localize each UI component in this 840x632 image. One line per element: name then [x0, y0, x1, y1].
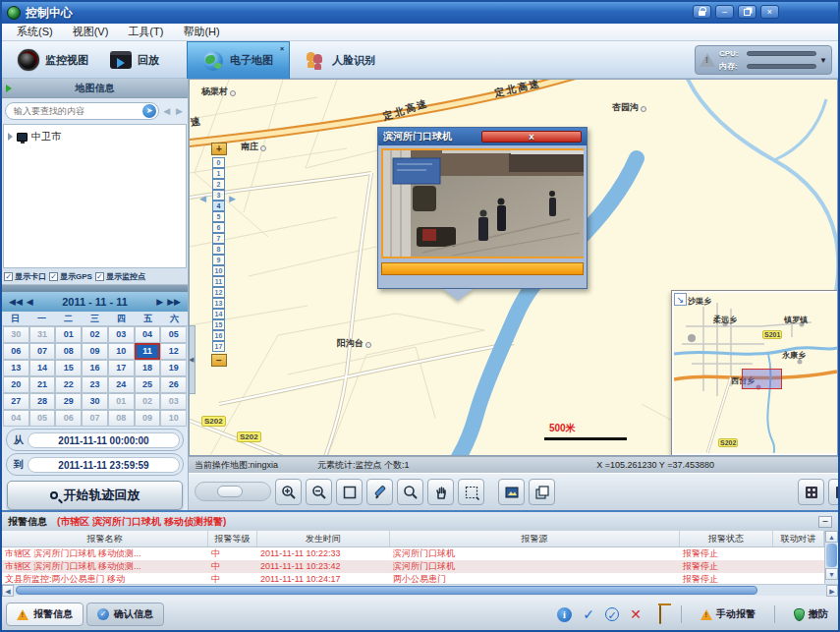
- search-input[interactable]: [14, 106, 142, 116]
- calendar-day[interactable]: 30: [82, 393, 108, 410]
- to-date-field[interactable]: 2011-11-11 23:59:59: [28, 457, 180, 473]
- calendar-day[interactable]: 07: [82, 410, 108, 427]
- zoom-level-cell[interactable]: 10: [212, 265, 225, 276]
- calendar-day[interactable]: 16: [82, 360, 108, 376]
- alarm-column-header[interactable]: 报警状态: [680, 531, 773, 546]
- playback-button[interactable]: 回放: [100, 44, 169, 76]
- checkbox-icon[interactable]: [4, 272, 13, 281]
- confirm-icon[interactable]: ✓: [581, 606, 596, 622]
- alarm-row[interactable]: 市辖区 滨河所门口球机 移动侦测... 中 2011-11-11 10:23:4…: [2, 560, 824, 573]
- calendar-day[interactable]: 07: [29, 343, 56, 360]
- calendar-day[interactable]: 10: [160, 410, 187, 427]
- start-track-playback-button[interactable]: 开始轨迹回放: [7, 481, 183, 510]
- search-next-icon[interactable]: ▶: [174, 106, 185, 116]
- tree-node-city[interactable]: 中卫市: [6, 129, 184, 144]
- zoom-out-map-button[interactable]: −: [211, 354, 227, 367]
- zoom-level-cell[interactable]: 1: [212, 168, 225, 179]
- calendar-day[interactable]: 02: [82, 326, 108, 343]
- confirm-all-icon[interactable]: ✓: [605, 607, 619, 621]
- lock-button[interactable]: [693, 5, 711, 19]
- alarm-column-header[interactable]: 报警源: [390, 531, 680, 546]
- overview-minimap[interactable]: ↘ 沙渠乡柔远乡镇罗镇永康乡西台乡S201S202: [672, 291, 838, 455]
- zoom-level-cell[interactable]: 4: [212, 201, 225, 211]
- calendar-day[interactable]: 03: [108, 326, 135, 343]
- zoom-level-cell[interactable]: 3: [212, 190, 225, 201]
- collapse-arrow-icon[interactable]: [6, 85, 12, 92]
- tree-expand-icon[interactable]: [8, 133, 13, 141]
- zoom-level-cell[interactable]: 13: [212, 298, 225, 309]
- alarm-row[interactable]: 市辖区 滨河所门口球机 移动侦测... 中 2011-11-11 10:22:3…: [2, 547, 824, 560]
- calendar-day[interactable]: 24: [108, 376, 135, 393]
- calendar-day[interactable]: 09: [135, 410, 161, 427]
- calendar-day[interactable]: 25: [135, 376, 161, 393]
- sidebar-collapse-handle[interactable]: ◀: [189, 325, 196, 394]
- monitor-view-button[interactable]: 监控视图: [8, 44, 98, 76]
- region-select-button[interactable]: [458, 479, 484, 505]
- calendar-day[interactable]: 30: [3, 326, 29, 343]
- zoom-level-cell[interactable]: 14: [212, 309, 225, 319]
- calendar-day[interactable]: 02: [135, 393, 161, 410]
- menu-item[interactable]: 工具(T): [119, 24, 172, 40]
- restore-button[interactable]: [738, 5, 756, 19]
- scroll-right-icon[interactable]: ▶: [826, 585, 838, 597]
- calendar-day[interactable]: 10: [108, 343, 135, 360]
- zoom-level-cell[interactable]: 11: [212, 276, 225, 287]
- menu-item[interactable]: 系统(S): [8, 24, 62, 40]
- zoom-in-button[interactable]: [275, 479, 302, 505]
- layer-toggle[interactable]: 显示监控点: [95, 271, 145, 282]
- bottom-tab[interactable]: ✓ 确认信息: [86, 603, 164, 626]
- zoom-level-cell[interactable]: 0: [212, 157, 225, 168]
- zoom-level-cell[interactable]: 17: [212, 341, 225, 352]
- calendar-day[interactable]: 20: [3, 376, 29, 393]
- area-zoom-button[interactable]: [397, 479, 423, 505]
- calendar-day[interactable]: 03: [160, 393, 187, 410]
- calendar-day[interactable]: 05: [160, 326, 187, 343]
- camera-popup-titlebar[interactable]: 滨河所门口球机 ×: [378, 128, 587, 145]
- zoom-level-cell[interactable]: 8: [212, 244, 225, 255]
- delete-icon[interactable]: ✕: [628, 606, 644, 622]
- calendar-day[interactable]: 29: [55, 393, 82, 410]
- calendar-day[interactable]: 11: [135, 343, 161, 360]
- calendar-day[interactable]: 14: [29, 360, 56, 376]
- calendar-day[interactable]: 01: [55, 326, 82, 343]
- menu-item[interactable]: 帮助(H): [174, 24, 228, 40]
- minimap-viewport-rect[interactable]: [742, 369, 782, 389]
- box-select-button[interactable]: [336, 479, 363, 505]
- checkbox-icon[interactable]: [49, 272, 58, 281]
- grid-view-button[interactable]: [798, 479, 824, 505]
- search-prev-icon[interactable]: ◀: [161, 106, 172, 116]
- calendar-day[interactable]: 15: [55, 360, 82, 376]
- prev-month-icon[interactable]: ◀: [25, 297, 35, 307]
- workspace-tab[interactable]: 人脸识别 ×: [290, 41, 391, 79]
- zoom-level-cell[interactable]: 9: [212, 255, 225, 265]
- perf-dropdown-icon[interactable]: ▼: [819, 56, 827, 65]
- disarm-button[interactable]: 撤防: [788, 605, 834, 623]
- calendar-day[interactable]: 21: [29, 376, 56, 393]
- scroll-up-icon[interactable]: ▲: [825, 531, 838, 543]
- zoom-level-cell[interactable]: 16: [212, 330, 225, 341]
- zoom-level-cell[interactable]: 12: [212, 287, 225, 298]
- calendar-day[interactable]: 26: [160, 376, 187, 393]
- zoom-out-button[interactable]: [306, 479, 332, 505]
- bottom-tab[interactable]: 报警信息: [6, 603, 84, 626]
- next-year-icon[interactable]: ▶▶: [165, 297, 183, 307]
- zoom-level-cell[interactable]: 6: [212, 222, 225, 233]
- tab-close-icon[interactable]: ×: [278, 45, 286, 53]
- horizontal-scroll-thumb[interactable]: [16, 586, 757, 595]
- calendar-day[interactable]: 22: [55, 376, 82, 393]
- prev-year-icon[interactable]: ◀◀: [7, 297, 25, 307]
- calendar-day[interactable]: 01: [108, 393, 135, 410]
- calendar-day[interactable]: 17: [108, 360, 135, 376]
- electronic-map[interactable]: 杨渠村速定北高速定北高速杏园沟南庄阳沟台S202S202500米 + 01234…: [189, 79, 838, 456]
- minimize-button[interactable]: –: [715, 5, 734, 19]
- vertical-scroll-thumb[interactable]: [826, 544, 837, 567]
- calendar-day[interactable]: 13: [3, 360, 29, 376]
- layers-button[interactable]: [529, 479, 555, 505]
- alarm-panel-minimize-button[interactable]: –: [818, 516, 832, 528]
- calendar-day[interactable]: 28: [29, 393, 56, 410]
- manual-alarm-button[interactable]: 手动报警: [695, 605, 761, 623]
- calendar-day[interactable]: 27: [3, 393, 29, 410]
- zoom-level-cell[interactable]: 7: [212, 233, 225, 244]
- calendar-day[interactable]: 19: [160, 360, 187, 376]
- calendar-day[interactable]: 04: [135, 326, 161, 343]
